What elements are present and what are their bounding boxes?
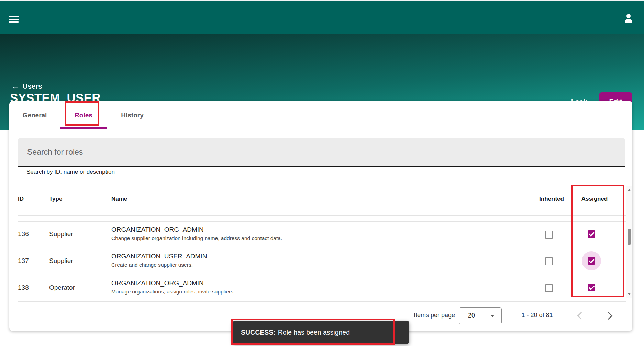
inherited-checkbox[interactable] [545,231,553,239]
role-type: Operator [49,284,75,291]
check-icon [589,257,595,263]
scroll-up-icon[interactable] [628,189,631,191]
page-size-value: 20 [468,312,475,319]
column-header-type: Type [49,196,62,203]
inherited-checkbox[interactable] [545,257,553,265]
tab-divider [9,130,632,130]
row-divider [18,301,626,302]
screen: ← Users SYSTEM_USER 2000000003 Lock Edit… [0,0,644,346]
scroll-down-icon[interactable] [628,293,631,295]
header-divider [18,215,626,216]
user-account-icon[interactable] [624,14,633,23]
table-scrollbar[interactable] [626,186,632,298]
check-icon [589,231,595,237]
table-row: 136 Supplier ORGANIZATION_ORG_ADMIN Chan… [9,221,626,248]
assigned-checkbox[interactable] [588,284,595,291]
role-type: Supplier [49,230,73,238]
menu-icon[interactable] [9,16,19,23]
role-id: 136 [18,230,29,238]
check-icon [589,284,595,290]
page-range-label: 1 - 20 of 81 [511,312,563,319]
role-description: Create and change supplier users. [111,262,207,268]
success-toast: SUCCESS:Role has been assigned [233,321,409,344]
role-id: 138 [18,284,29,291]
role-type: Supplier [49,257,73,265]
app-bar [0,1,644,34]
tab-bar: General Roles History [9,101,632,130]
search-helper-text: Search by ID, name or description [26,169,115,175]
page-size-select[interactable]: 20 [459,307,502,324]
back-label: Users [23,82,42,90]
role-id: 137 [18,257,29,265]
column-header-id: ID [18,196,24,203]
previous-page-button[interactable] [577,312,585,320]
scrollbar-thumb[interactable] [628,229,631,245]
toast-prefix: SUCCESS: [241,328,276,336]
column-header-assigned: Assigned [577,196,612,203]
role-name: ORGANIZATION_USER_ADMIN [111,253,207,260]
back-arrow-icon: ← [11,82,20,90]
tab-history[interactable]: History [107,101,158,130]
dropdown-arrow-icon [490,315,495,317]
tab-roles[interactable]: Roles [60,101,107,130]
role-name: ORGANIZATION_ORG_ADMIN [111,226,282,233]
roles-search-input[interactable] [26,138,612,166]
back-to-users-link[interactable]: ← Users [11,82,42,90]
tab-general[interactable]: General [9,101,60,130]
items-per-page-label: Items per page [401,312,455,319]
user-detail-card: General Roles History Search by ID, name… [9,101,632,331]
assigned-checkbox[interactable] [588,257,595,265]
column-header-inherited: Inherited [534,196,569,203]
toast-message: Role has been assigned [278,328,350,336]
inherited-checkbox[interactable] [545,284,553,292]
active-tab-indicator [60,127,107,129]
paginator-divider [9,298,632,298]
table-top-divider [9,186,632,186]
role-description: Change supplier organization including n… [111,235,282,241]
next-page-button[interactable] [605,312,613,320]
assigned-checkbox[interactable] [588,230,595,238]
roles-search-field [18,138,625,167]
role-name: ORGANIZATION_ORG_ADMIN [111,279,235,287]
table-row: 137 Supplier ORGANIZATION_USER_ADMIN Cre… [9,248,626,275]
column-header-name: Name [111,196,127,203]
role-description: Manage organizations, assign roles, invi… [111,289,235,295]
